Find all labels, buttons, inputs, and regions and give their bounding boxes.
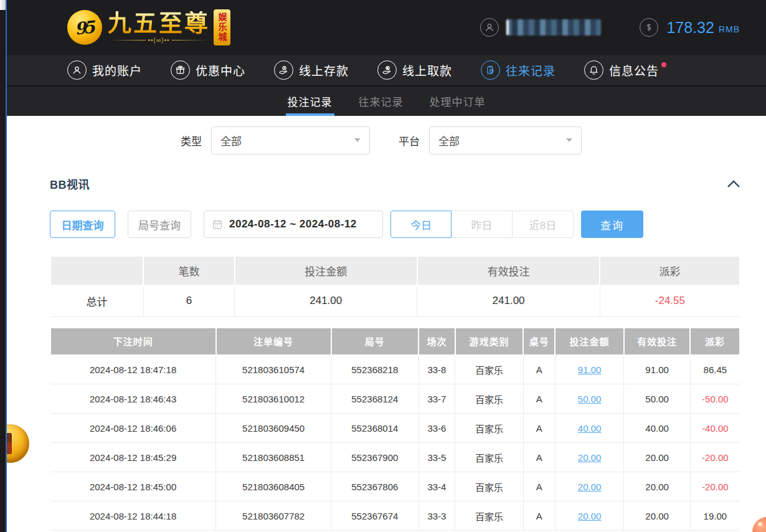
- table-cell: 521803610012: [216, 384, 331, 414]
- table-cell: A: [523, 414, 555, 443]
- table-cell: 33-6: [418, 414, 455, 443]
- date-range-input[interactable]: 2024-08-12 ~ 2024-08-12: [204, 211, 383, 238]
- table-cell: 552368014: [331, 414, 419, 443]
- summary-value-cell: -24.55: [600, 285, 740, 316]
- bet-table-header-row: 下注时间注单编号局号场次游戏类别桌号投注金额有效投注派彩: [50, 328, 740, 355]
- table-cell: 20.00: [624, 472, 690, 501]
- table-cell: -20.00: [690, 443, 740, 472]
- balance[interactable]: 178.32 RMB: [640, 18, 740, 37]
- table-cell: 552367806: [331, 472, 419, 501]
- tab-bet-records[interactable]: 投注记录: [288, 87, 333, 116]
- bet-table-body: 2024-08-12 18:47:18521803610574552368218…: [50, 355, 740, 531]
- summary-header-cell: 派彩: [600, 257, 740, 285]
- table-cell: A: [523, 443, 555, 472]
- table-cell: 33-3: [418, 501, 455, 531]
- table-cell: 33-5: [418, 443, 455, 472]
- user-icon: [67, 60, 87, 80]
- table-cell: 百家乐: [455, 443, 524, 472]
- quick-date-group: 今日 昨日 近8日: [390, 211, 574, 238]
- chevron-up-icon[interactable]: [727, 179, 740, 188]
- summary-header-cell: 有效投注: [417, 257, 600, 285]
- table-row: 2024-08-12 18:45:29521803608851552367900…: [50, 443, 740, 472]
- quick-yesterday-button[interactable]: 昨日: [452, 211, 513, 238]
- table-cell: -50.00: [690, 384, 740, 414]
- table-cell: A: [523, 472, 555, 501]
- content: 类型 全部 平台 全部 BB视讯 日期查询 局号查询: [7, 126, 766, 531]
- table-cell: 552367900: [331, 443, 419, 472]
- table-cell: 2024-08-12 18:47:18: [50, 355, 216, 384]
- nav-item-promotions[interactable]: 优惠中心: [171, 60, 245, 80]
- bet-header-cell: 游戏类别: [455, 328, 524, 355]
- table-cell: 百家乐: [455, 472, 524, 501]
- platform-select[interactable]: 全部: [429, 126, 582, 154]
- table-cell: 百家乐: [455, 384, 524, 414]
- bet-amount-link[interactable]: 50.00: [555, 384, 624, 414]
- table-row: 2024-08-12 18:46:06521803609450552368014…: [50, 414, 740, 443]
- round-query-button[interactable]: 局号查询: [128, 211, 191, 238]
- table-cell: 19.00: [690, 501, 740, 531]
- table-cell: 521803607782: [216, 501, 331, 531]
- table-cell: 百家乐: [455, 501, 524, 531]
- nav-item-records[interactable]: 往来记录: [481, 60, 556, 80]
- logo-monogram-icon: 95: [67, 10, 102, 45]
- bet-header-cell: 注单编号: [216, 328, 331, 355]
- filter-row: 类型 全部 平台 全部: [181, 126, 766, 154]
- main-nav: 我的账户 优惠中心 线上存款 线上取款 往来记录: [7, 55, 766, 85]
- table-cell: 2024-08-12 18:46:06: [50, 414, 216, 443]
- brand-name: 九五至尊: [108, 11, 210, 35]
- search-button[interactable]: 查询: [581, 211, 643, 238]
- tab-pending-orders[interactable]: 处理中订单: [430, 87, 486, 116]
- logo-badge: 娱乐城: [214, 9, 230, 45]
- query-toolbar: 日期查询 局号查询 2024-08-12 ~ 2024-08-12 今日 昨日 …: [7, 211, 766, 238]
- nav-item-my-account[interactable]: 我的账户: [67, 60, 142, 80]
- tab-transaction-records[interactable]: 往来记录: [359, 87, 404, 116]
- summary-table: 笔数投注金额有效投注派彩 总计6241.00241.00-24.55: [50, 257, 740, 317]
- quick-last8days-button[interactable]: 近8日: [513, 211, 574, 238]
- table-row: 2024-08-12 18:47:18521803610574552368218…: [50, 355, 740, 384]
- platform-filter-label: 平台: [399, 133, 420, 148]
- balance-currency: RMB: [719, 21, 740, 34]
- summary-header-cell: [50, 257, 143, 285]
- top-header: 95 九五至尊 ••(∞)•• 娱乐城 178.32 RM: [7, 0, 766, 55]
- section-title: BB视讯: [50, 176, 90, 192]
- summary-row-label: 总计: [50, 285, 143, 316]
- bet-amount-link[interactable]: 91.00: [555, 355, 624, 384]
- page: 95 九五至尊 ••(∞)•• 娱乐城 178.32 RM: [7, 0, 766, 532]
- records-icon: [481, 60, 500, 80]
- user-avatar-icon: [480, 18, 499, 37]
- table-cell: 50.00: [624, 384, 690, 414]
- record-tabs: 投注记录 往来记录 处理中订单: [7, 85, 766, 116]
- logo-flourish: ••(∞)••: [109, 37, 209, 44]
- type-select[interactable]: 全部: [211, 126, 370, 154]
- nav-item-withdraw[interactable]: 线上取款: [377, 60, 452, 80]
- summary-header-cell: 笔数: [143, 257, 234, 285]
- table-row: 2024-08-12 18:44:18521803607782552367674…: [50, 501, 740, 531]
- bet-amount-link[interactable]: 20.00: [555, 472, 624, 501]
- date-query-button[interactable]: 日期查询: [50, 211, 115, 238]
- table-cell: 521803608405: [216, 472, 331, 501]
- summary-header-cell: 投注金额: [235, 257, 417, 285]
- account-user[interactable]: [480, 18, 601, 37]
- table-cell: A: [523, 355, 555, 384]
- table-cell: 2024-08-12 18:45:29: [50, 443, 216, 472]
- caret-down-icon: [354, 138, 361, 142]
- bet-amount-link[interactable]: 20.00: [555, 443, 624, 472]
- nav-item-announcements[interactable]: 信息公告: [584, 60, 659, 80]
- table-cell: 521803609450: [216, 414, 331, 443]
- bet-amount-link[interactable]: 20.00: [555, 501, 624, 531]
- table-cell: 2024-08-12 18:44:18: [50, 501, 216, 531]
- quick-today-button[interactable]: 今日: [390, 211, 452, 238]
- table-cell: 百家乐: [455, 355, 524, 384]
- summary-total-row: 总计6241.00241.00-24.55: [50, 285, 740, 316]
- table-cell: 91.00: [624, 355, 690, 384]
- table-cell: 33-4: [418, 472, 455, 501]
- bet-amount-link[interactable]: 40.00: [555, 414, 624, 443]
- table-cell: 33-7: [418, 384, 455, 414]
- nav-item-deposit[interactable]: 线上存款: [274, 60, 349, 80]
- coin-dollar-icon: [640, 18, 658, 37]
- table-cell: 521803610574: [216, 355, 331, 384]
- deposit-icon: [274, 60, 293, 80]
- site-logo[interactable]: 95 九五至尊 ••(∞)•• 娱乐城: [67, 9, 230, 45]
- table-row: 2024-08-12 18:46:43521803610012552368124…: [50, 384, 740, 414]
- table-cell: 552367674: [331, 501, 419, 531]
